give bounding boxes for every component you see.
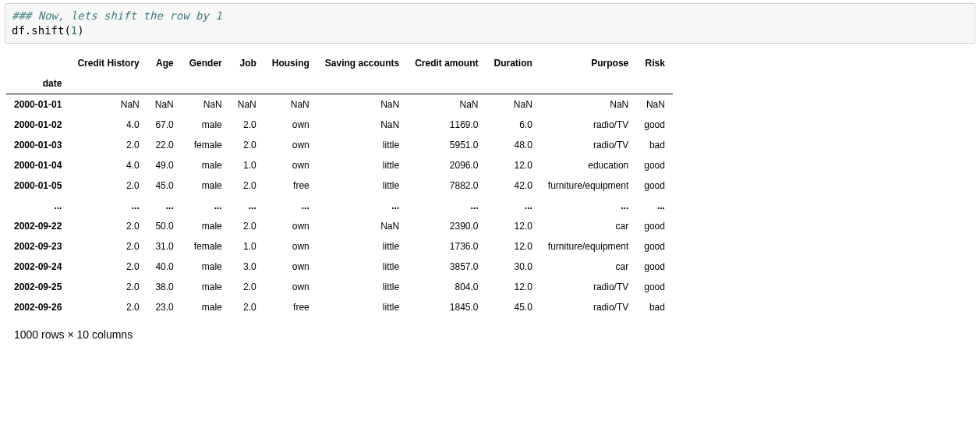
table-row: 2000-01-01NaNNaNNaNNaNNaNNaNNaNNaNNaNNaN [6, 94, 673, 115]
cell: 42.0 [486, 175, 540, 196]
cell: furniture/equipment [540, 236, 636, 257]
cell: car [540, 216, 636, 236]
cell: 2096.0 [407, 155, 486, 175]
cell: male [182, 277, 230, 297]
cell: NaN [264, 94, 317, 115]
cell: little [317, 135, 407, 155]
table-row: 2002-09-242.040.0male3.0ownlittle3857.03… [6, 257, 673, 277]
column-header: Credit amount [407, 53, 486, 73]
cell: 1845.0 [407, 297, 486, 317]
cell: ... [486, 196, 540, 216]
blank-header [636, 73, 673, 94]
cell: 2.0 [69, 297, 147, 317]
cell: NaN [317, 115, 407, 135]
cell: radio/TV [540, 277, 636, 297]
cell: good [636, 257, 673, 277]
cell: little [317, 257, 407, 277]
code-close: ) [77, 24, 83, 37]
blank-header [69, 73, 147, 94]
cell: male [182, 297, 230, 317]
code-line: df.shift( [12, 24, 71, 37]
cell: NaN [317, 94, 407, 115]
cell: 30.0 [486, 257, 540, 277]
cell: bad [636, 297, 673, 317]
cell: 23.0 [147, 297, 182, 317]
cell: 7882.0 [407, 175, 486, 196]
cell: bad [636, 135, 673, 155]
table-row: 2002-09-222.050.0male2.0ownNaN2390.012.0… [6, 216, 673, 236]
cell: ... [540, 196, 636, 216]
blank-header [264, 73, 317, 94]
column-header-row: Credit HistoryAgeGenderJobHousingSaving … [6, 53, 673, 73]
cell: free [264, 175, 317, 196]
column-header: Duration [486, 53, 540, 73]
cell: 2390.0 [407, 216, 486, 236]
cell: 2.0 [230, 277, 264, 297]
cell: 3.0 [230, 257, 264, 277]
cell: 45.0 [147, 175, 182, 196]
cell: 12.0 [486, 277, 540, 297]
cell: own [264, 115, 317, 135]
cell: 48.0 [486, 135, 540, 155]
dataframe-dimensions: 1000 rows × 10 columns [6, 322, 980, 341]
cell: 1736.0 [407, 236, 486, 257]
cell: NaN [69, 94, 147, 115]
column-header: Age [147, 53, 182, 73]
index-name: date [6, 73, 69, 94]
cell: ... [69, 196, 147, 216]
cell: male [182, 155, 230, 175]
cell: little [317, 175, 407, 196]
table-row: 2002-09-252.038.0male2.0ownlittle804.012… [6, 277, 673, 297]
blank-header [540, 73, 636, 94]
cell: 40.0 [147, 257, 182, 277]
cell: 4.0 [69, 155, 147, 175]
row-index: ... [6, 196, 69, 216]
cell: good [636, 236, 673, 257]
table-row: 2000-01-044.049.0male1.0ownlittle2096.01… [6, 155, 673, 175]
cell: ... [264, 196, 317, 216]
cell: ... [407, 196, 486, 216]
blank-header [147, 73, 182, 94]
cell: good [636, 175, 673, 196]
column-header: Gender [182, 53, 230, 73]
cell: 50.0 [147, 216, 182, 236]
cell: 1.0 [230, 236, 264, 257]
cell: 804.0 [407, 277, 486, 297]
row-index: 2002-09-25 [6, 277, 69, 297]
cell: 2.0 [230, 115, 264, 135]
column-header: Saving accounts [317, 53, 407, 73]
cell: 2.0 [230, 175, 264, 196]
dataframe-table: Credit HistoryAgeGenderJobHousingSaving … [6, 53, 673, 317]
column-header: Risk [636, 53, 673, 73]
cell: NaN [317, 216, 407, 236]
cell: NaN [636, 94, 673, 115]
row-index: 2000-01-03 [6, 135, 69, 155]
cell: little [317, 277, 407, 297]
cell: male [182, 257, 230, 277]
row-index: 2000-01-05 [6, 175, 69, 196]
cell: 2.0 [69, 216, 147, 236]
blank-header [407, 73, 486, 94]
cell: own [264, 257, 317, 277]
cell: ... [230, 196, 264, 216]
cell: free [264, 297, 317, 317]
cell: NaN [407, 94, 486, 115]
cell: 1.0 [230, 155, 264, 175]
table-row: 2000-01-024.067.0male2.0ownNaN1169.06.0r… [6, 115, 673, 135]
blank-header [230, 73, 264, 94]
blank-header [6, 53, 69, 73]
cell: good [636, 155, 673, 175]
cell: 2.0 [69, 277, 147, 297]
cell: 49.0 [147, 155, 182, 175]
cell: 2.0 [230, 135, 264, 155]
cell: 31.0 [147, 236, 182, 257]
index-name-row: date [6, 73, 673, 94]
blank-header [486, 73, 540, 94]
cell: 2.0 [230, 216, 264, 236]
cell: female [182, 135, 230, 155]
cell: 2.0 [69, 135, 147, 155]
cell: NaN [540, 94, 636, 115]
cell: 12.0 [486, 236, 540, 257]
cell: ... [636, 196, 673, 216]
table-row: 2002-09-232.031.0female1.0ownlittle1736.… [6, 236, 673, 257]
